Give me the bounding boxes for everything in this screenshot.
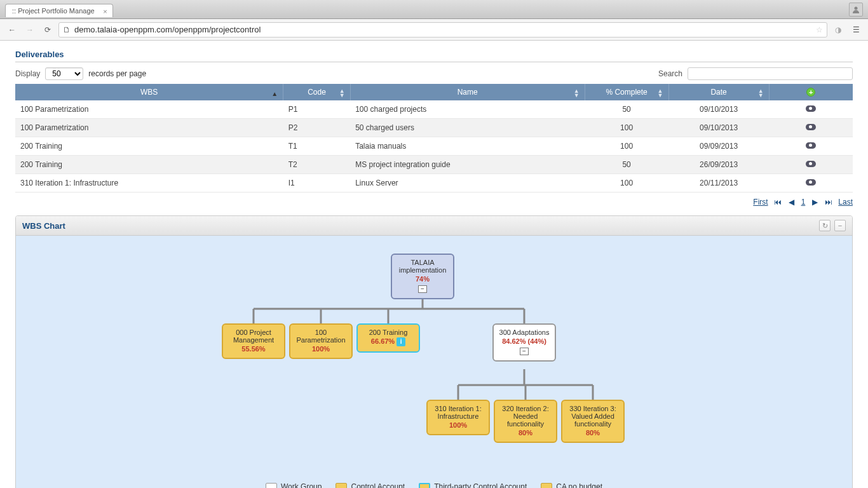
- view-icon[interactable]: [806, 142, 816, 149]
- cell-wbs: 100 Parametrization: [15, 100, 283, 119]
- sort-icon: ▲▼: [758, 89, 764, 98]
- cell-wbs: 100 Parametrization: [15, 119, 283, 137]
- node-label: TALAIA implementation: [395, 259, 451, 274]
- col-wbs[interactable]: WBS▲: [15, 84, 283, 100]
- col-name[interactable]: Name▲▼: [350, 84, 585, 100]
- cell-code: T1: [283, 137, 350, 156]
- extension-icon[interactable]: ◑: [831, 23, 845, 37]
- pager-prev-icon[interactable]: ◀: [787, 198, 796, 207]
- col-pct[interactable]: % Complete▲▼: [585, 84, 668, 100]
- pagination: First ⏮ ◀ 1 ▶ ⏭ Last: [15, 198, 853, 207]
- node-label: 310 Iteration 1: Infrastructure: [430, 405, 486, 420]
- display-select[interactable]: 50: [45, 67, 83, 80]
- legend-item-nb: CA no budget: [541, 482, 602, 488]
- bookmark-icon[interactable]: ☆: [816, 25, 823, 34]
- back-button[interactable]: ←: [5, 23, 19, 37]
- cell-code: P2: [283, 119, 350, 137]
- wbs-node-310[interactable]: 310 Iteration 1: Infrastructure 100%: [426, 400, 490, 435]
- wbs-node-200[interactable]: 200 Training 66.67%i: [356, 323, 420, 353]
- cell-code: P1: [283, 100, 350, 119]
- tab-close-icon[interactable]: ×: [103, 8, 107, 15]
- address-bar: ← → ⟳ 🗋 demo.talaia-openppm.com/openppm/…: [0, 19, 868, 41]
- cell-date: 26/09/2013: [668, 156, 769, 174]
- cell-wbs: 200 Training: [15, 137, 283, 156]
- cell-name: 100 charged projects: [350, 100, 585, 119]
- node-label: 320 Iteration 2: Needed functionality: [498, 405, 553, 428]
- refresh-icon[interactable]: ↻: [819, 220, 831, 231]
- wbs-node-320[interactable]: 320 Iteration 2: Needed functionality 80…: [494, 400, 557, 443]
- svg-point-0: [855, 7, 858, 10]
- profile-icon[interactable]: [849, 3, 863, 17]
- search-input[interactable]: [688, 67, 853, 80]
- table-row: 200 TrainingT2MS project integration gui…: [15, 156, 853, 174]
- view-icon[interactable]: [806, 105, 816, 112]
- deliverables-heading: Deliverables: [15, 47, 853, 62]
- view-icon[interactable]: [806, 179, 816, 186]
- pager-last-icon[interactable]: ⏭: [824, 198, 833, 207]
- node-label: 330 Iteration 3: Valued Added functional…: [565, 405, 621, 428]
- pager-first-icon[interactable]: ⏮: [773, 198, 782, 207]
- cell-actions: [769, 174, 853, 193]
- pager-page[interactable]: 1: [801, 198, 806, 207]
- sort-icon: ▲▼: [574, 89, 580, 98]
- swatch-ca: [336, 483, 347, 488]
- wbs-node-300[interactable]: 300 Adaptations 84.62% (44%) −: [492, 323, 556, 362]
- node-pct: 80%: [565, 429, 621, 437]
- cell-name: 50 charged users: [350, 119, 585, 137]
- sort-asc-icon: ▲: [271, 90, 278, 97]
- table-row: 100 ParametrizationP1100 charged project…: [15, 100, 853, 119]
- page-icon: 🗋: [63, 25, 71, 34]
- browser-tab-bar: :: Project Portfolio Manage ×: [0, 0, 868, 19]
- cell-pct: 100: [585, 137, 668, 156]
- search-label: Search: [658, 69, 682, 78]
- collapse-icon[interactable]: −: [834, 220, 846, 231]
- cell-wbs: 200 Training: [15, 156, 283, 174]
- node-pct: 55.56%: [226, 345, 281, 353]
- legend-item-tp: Third-party Control Account: [419, 482, 527, 488]
- node-pct: 80%: [498, 429, 553, 437]
- wbs-chart-canvas: TALAIA implementation 74% − 000 Project …: [16, 236, 852, 488]
- sort-icon: ▲▼: [339, 89, 345, 98]
- view-icon[interactable]: [806, 161, 816, 167]
- url-text: demo.talaia-openppm.com/openppm/projectc…: [74, 25, 261, 34]
- browser-tab[interactable]: :: Project Portfolio Manage ×: [5, 4, 113, 17]
- legend: Work Group Control Account Third-party C…: [16, 475, 852, 488]
- pager-next-icon[interactable]: ▶: [810, 198, 819, 207]
- view-icon[interactable]: [806, 124, 816, 130]
- info-icon[interactable]: i: [397, 337, 405, 346]
- menu-icon[interactable]: ☰: [849, 23, 863, 37]
- node-label: 100 Parametrization: [293, 329, 349, 344]
- cell-name: MS project integration guide: [350, 156, 585, 174]
- col-date[interactable]: Date▲▼: [668, 84, 769, 100]
- node-pct: 74%: [395, 275, 451, 283]
- cell-date: 09/10/2013: [668, 100, 769, 119]
- wbs-node-000[interactable]: 000 Project Management 55.56%: [222, 323, 285, 359]
- wbs-node-100[interactable]: 100 Parametrization 100%: [289, 323, 353, 359]
- collapse-toggle[interactable]: −: [418, 285, 427, 293]
- cell-code: I1: [283, 174, 350, 193]
- cell-actions: [769, 119, 853, 137]
- node-label: 000 Project Management: [226, 329, 281, 344]
- cell-code: T2: [283, 156, 350, 174]
- collapse-toggle[interactable]: −: [520, 348, 529, 355]
- add-icon[interactable]: +: [806, 88, 815, 97]
- url-field[interactable]: 🗋 demo.talaia-openppm.com/openppm/projec…: [58, 22, 827, 37]
- pager-first[interactable]: First: [753, 198, 768, 207]
- wbs-node-330[interactable]: 330 Iteration 3: Valued Added functional…: [561, 400, 625, 443]
- legend-item-wg: Work Group: [266, 482, 322, 488]
- node-pct: 100%: [293, 345, 349, 353]
- deliverables-table: WBS▲ Code▲▼ Name▲▼ % Complete▲▼ Date▲▼ +…: [15, 84, 853, 193]
- sort-icon: ▲▼: [658, 89, 663, 98]
- cell-actions: [769, 156, 853, 174]
- reload-button[interactable]: ⟳: [41, 23, 55, 37]
- pager-last[interactable]: Last: [838, 198, 853, 207]
- cell-wbs: 310 Iteration 1: Infrastructure: [15, 174, 283, 193]
- cell-name: Linux Server: [350, 174, 585, 193]
- wbs-node-root[interactable]: TALAIA implementation 74% −: [391, 254, 454, 299]
- node-pct: 84.62% (44%): [496, 337, 552, 345]
- cell-pct: 100: [585, 174, 668, 193]
- cell-actions: [769, 137, 853, 156]
- table-row: 310 Iteration 1: InfrastructureI1Linux S…: [15, 174, 853, 193]
- forward-button: →: [23, 23, 37, 37]
- col-code[interactable]: Code▲▼: [283, 84, 350, 100]
